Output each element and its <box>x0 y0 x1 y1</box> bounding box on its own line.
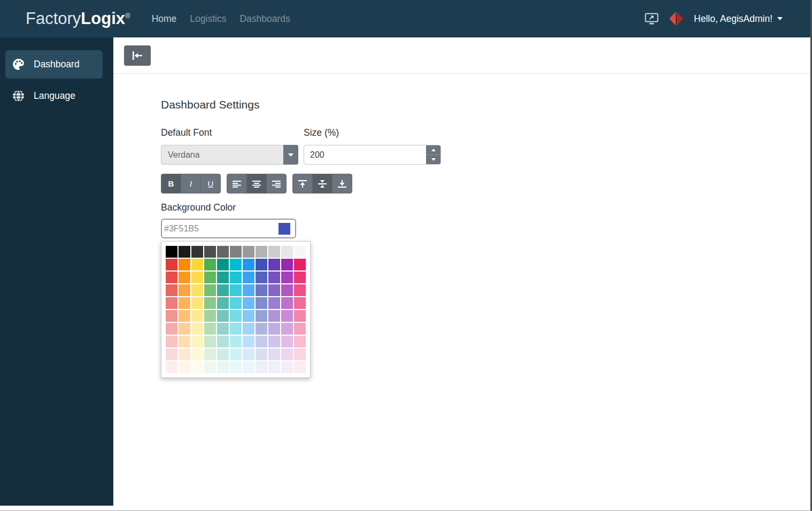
palette-swatch[interactable] <box>256 259 267 270</box>
spinner-down-button[interactable] <box>426 155 440 164</box>
palette-swatch[interactable] <box>166 272 177 283</box>
palette-swatch[interactable] <box>217 259 229 270</box>
palette-swatch[interactable] <box>230 246 242 258</box>
underline-button[interactable]: U <box>200 174 221 193</box>
palette-swatch[interactable] <box>204 323 216 335</box>
palette-swatch[interactable] <box>268 361 280 373</box>
palette-swatch[interactable] <box>204 361 216 373</box>
italic-button[interactable]: I <box>181 174 201 193</box>
palette-swatch[interactable] <box>217 284 229 296</box>
display-icon[interactable] <box>645 13 659 25</box>
size-input[interactable] <box>304 145 441 165</box>
palette-swatch[interactable] <box>243 297 254 309</box>
palette-swatch[interactable] <box>281 246 293 258</box>
palette-swatch[interactable] <box>230 310 242 322</box>
palette-swatch[interactable] <box>281 336 293 347</box>
palette-swatch[interactable] <box>191 323 203 335</box>
valign-bottom-button[interactable] <box>332 174 352 193</box>
palette-swatch[interactable] <box>243 284 254 296</box>
palette-swatch[interactable] <box>204 297 216 309</box>
palette-swatch[interactable] <box>166 310 177 322</box>
palette-swatch[interactable] <box>179 259 190 270</box>
palette-swatch[interactable] <box>281 361 293 373</box>
palette-swatch[interactable] <box>281 349 293 360</box>
palette-swatch[interactable] <box>243 361 254 373</box>
color-hex-input[interactable] <box>164 224 279 234</box>
palette-swatch[interactable] <box>230 272 242 283</box>
palette-swatch[interactable] <box>230 297 242 309</box>
align-right-button[interactable] <box>266 174 287 193</box>
sidebar-item-language[interactable]: Language <box>5 82 103 110</box>
palette-swatch[interactable] <box>294 284 306 296</box>
palette-swatch[interactable] <box>166 336 177 347</box>
palette-swatch[interactable] <box>179 349 190 360</box>
palette-swatch[interactable] <box>230 349 242 360</box>
palette-swatch[interactable] <box>281 259 293 270</box>
palette-swatch[interactable] <box>191 272 203 283</box>
palette-swatch[interactable] <box>256 323 267 335</box>
palette-swatch[interactable] <box>166 361 177 373</box>
palette-swatch[interactable] <box>281 310 293 322</box>
palette-swatch[interactable] <box>230 284 242 296</box>
palette-swatch[interactable] <box>294 323 306 335</box>
palette-swatch[interactable] <box>281 272 293 283</box>
palette-swatch[interactable] <box>179 336 190 347</box>
palette-swatch[interactable] <box>268 310 280 322</box>
palette-swatch[interactable] <box>166 323 177 335</box>
palette-swatch[interactable] <box>256 284 267 296</box>
palette-swatch[interactable] <box>166 246 177 258</box>
palette-swatch[interactable] <box>268 246 280 258</box>
palette-swatch[interactable] <box>166 349 177 360</box>
spinner-up-button[interactable] <box>426 145 440 155</box>
palette-swatch[interactable] <box>204 349 216 360</box>
palette-swatch[interactable] <box>268 349 280 360</box>
palette-swatch[interactable] <box>268 272 280 283</box>
nav-logistics[interactable]: Logistics <box>190 13 226 25</box>
palette-swatch[interactable] <box>204 272 216 283</box>
palette-swatch[interactable] <box>191 246 203 258</box>
palette-swatch[interactable] <box>179 284 190 296</box>
palette-swatch[interactable] <box>294 246 306 258</box>
palette-swatch[interactable] <box>230 259 242 270</box>
palette-swatch[interactable] <box>230 336 242 347</box>
align-center-button[interactable] <box>246 174 267 193</box>
palette-swatch[interactable] <box>243 259 254 270</box>
palette-swatch[interactable] <box>191 259 203 270</box>
palette-swatch[interactable] <box>230 361 242 373</box>
palette-swatch[interactable] <box>179 272 190 283</box>
align-left-button[interactable] <box>227 174 247 193</box>
palette-swatch[interactable] <box>268 284 280 296</box>
palette-swatch[interactable] <box>294 336 306 347</box>
palette-swatch[interactable] <box>217 297 229 309</box>
palette-swatch[interactable] <box>217 272 229 283</box>
palette-swatch[interactable] <box>256 272 267 283</box>
palette-swatch[interactable] <box>256 246 267 258</box>
palette-swatch[interactable] <box>256 310 267 322</box>
palette-swatch[interactable] <box>294 349 306 360</box>
palette-swatch[interactable] <box>268 297 280 309</box>
palette-swatch[interactable] <box>268 259 280 270</box>
valign-top-button[interactable] <box>292 174 313 193</box>
palette-swatch[interactable] <box>217 349 229 360</box>
palette-swatch[interactable] <box>294 310 306 322</box>
background-color-input[interactable] <box>161 219 296 238</box>
sidebar-item-dashboard[interactable]: Dashboard <box>5 50 103 79</box>
palette-swatch[interactable] <box>256 336 267 347</box>
palette-swatch[interactable] <box>204 246 216 258</box>
palette-swatch[interactable] <box>294 272 306 283</box>
nav-home[interactable]: Home <box>152 13 177 25</box>
palette-swatch[interactable] <box>217 246 229 258</box>
palette-swatch[interactable] <box>217 361 229 373</box>
palette-swatch[interactable] <box>179 323 190 335</box>
palette-swatch[interactable] <box>166 284 177 296</box>
palette-swatch[interactable] <box>256 349 267 360</box>
palette-swatch[interactable] <box>204 310 216 322</box>
palette-swatch[interactable] <box>243 246 254 258</box>
palette-swatch[interactable] <box>204 284 216 296</box>
palette-swatch[interactable] <box>191 361 203 373</box>
palette-swatch[interactable] <box>230 323 242 335</box>
palette-swatch[interactable] <box>281 323 293 335</box>
palette-swatch[interactable] <box>191 284 203 296</box>
palette-swatch[interactable] <box>294 259 306 270</box>
palette-swatch[interactable] <box>256 297 267 309</box>
